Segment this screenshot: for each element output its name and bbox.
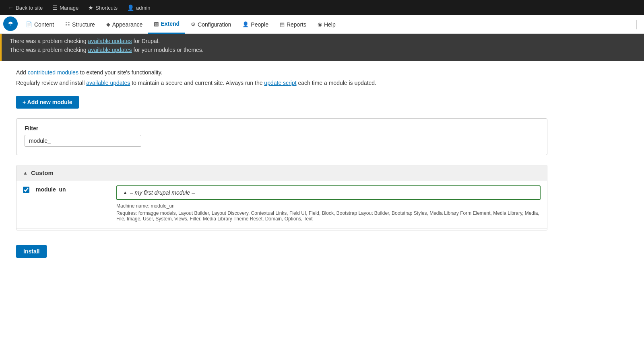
nav-reports[interactable]: ▤ Reports	[274, 15, 312, 34]
nav-right	[633, 20, 644, 29]
nav-extend[interactable]: ▧ Extend	[148, 15, 185, 34]
module-requires: Requires: formagge models, Layout Builde…	[116, 210, 541, 222]
people-icon: 👤	[242, 21, 249, 27]
intro-line2: Regularly review and install available u…	[16, 80, 547, 86]
install-button[interactable]: Install	[16, 245, 47, 258]
back-to-site-btn[interactable]: ← Back to site	[4, 3, 47, 12]
warning-area: There was a problem checking available u…	[0, 34, 644, 61]
module-name: module_un	[36, 185, 116, 193]
manage-btn[interactable]: ☰ Manage	[48, 3, 83, 12]
nav-people[interactable]: 👤 People	[237, 15, 274, 34]
nav-configuration[interactable]: ⚙ Configuration	[185, 15, 237, 34]
warning-line2: There was a problem checking available u…	[10, 47, 636, 53]
chevron-up-icon: ▲	[23, 170, 28, 176]
contributed-modules-link[interactable]: contributed modules	[28, 69, 78, 76]
module-checkbox[interactable]	[23, 187, 29, 193]
appearance-icon: ◆	[106, 21, 110, 27]
nav-divider	[636, 20, 637, 29]
nav-structure[interactable]: ☷ Structure	[60, 15, 101, 34]
filter-label: Filter	[25, 125, 539, 132]
filter-input[interactable]	[25, 135, 141, 147]
menu-icon: ☰	[52, 4, 58, 11]
configuration-icon: ⚙	[191, 21, 196, 27]
nav-help[interactable]: ◉ Help	[312, 15, 341, 34]
module-row: module_un ▲ – my first drupal module – M…	[17, 180, 547, 226]
admin-user-btn[interactable]: 👤 admin	[123, 3, 154, 12]
nav-content[interactable]: 📄 Content	[20, 15, 60, 34]
arrow-left-icon: ←	[8, 4, 14, 11]
custom-section-header[interactable]: ▲ Custom	[17, 165, 547, 180]
main-content: Add contributed modules to extend your s…	[0, 61, 564, 266]
chevron-up-small-icon: ▲	[123, 190, 128, 195]
nav-bar: ☂ 📄 Content ☷ Structure ◆ Appearance ▧ E…	[0, 15, 644, 34]
admin-bar: ← Back to site ☰ Manage ★ Shortcuts 👤 ad…	[0, 0, 644, 15]
drupal-logo[interactable]: ☂	[3, 16, 20, 32]
filter-box: Filter	[16, 118, 547, 155]
module-description-area: ▲ – my first drupal module – Machine nam…	[116, 185, 541, 222]
warning-line1: There was a problem checking available u…	[10, 38, 636, 44]
content-icon: 📄	[26, 21, 32, 27]
extend-icon: ▧	[154, 21, 159, 27]
module-section-custom: ▲ Custom module_un ▲ – my first drupal m…	[16, 165, 547, 230]
update-script-link[interactable]: update script	[264, 80, 296, 86]
svg-text:☂: ☂	[8, 21, 13, 27]
help-icon: ◉	[318, 21, 322, 27]
available-updates-link-2[interactable]: available updates	[88, 47, 132, 53]
available-updates-link-1[interactable]: available updates	[88, 38, 132, 44]
intro-line1: Add contributed modules to extend your s…	[16, 69, 547, 76]
nav-appearance[interactable]: ◆ Appearance	[101, 15, 149, 34]
shortcuts-btn[interactable]: ★ Shortcuts	[84, 3, 122, 12]
module-machine-name: Machine name: module_un	[116, 203, 541, 209]
module-divider	[17, 228, 547, 228]
star-icon: ★	[88, 4, 93, 11]
module-expand-button[interactable]: ▲ – my first drupal module –	[116, 185, 541, 200]
module-details: Machine name: module_un Requires: formag…	[116, 200, 541, 222]
available-updates-link-3[interactable]: available updates	[86, 80, 130, 86]
add-new-module-button[interactable]: + Add new module	[16, 96, 79, 109]
structure-icon: ☷	[65, 21, 70, 27]
reports-icon: ▤	[280, 21, 285, 27]
user-icon: 👤	[127, 4, 134, 11]
